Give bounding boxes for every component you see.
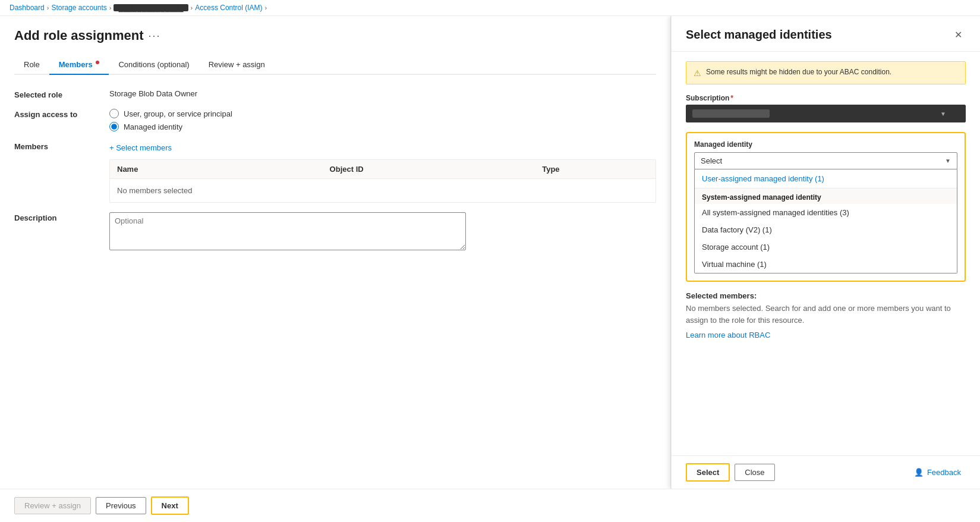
radio-user-principal[interactable]: User, group, or service principal <box>109 109 656 118</box>
col-objectid-header: Object ID <box>330 165 543 174</box>
subscription-value-redacted <box>692 109 770 118</box>
warning-text: Some results might be hidden due to your… <box>706 68 891 76</box>
dropdown-section-header-system: System-assigned managed identity <box>695 188 957 204</box>
breadcrumb-sep-3: › <box>191 4 193 11</box>
selected-role-value: Storage Blob Data Owner <box>109 89 656 98</box>
selected-role-row: Selected role Storage Blob Data Owner <box>14 89 656 99</box>
dropdown-option-storage-account[interactable]: Storage account (1) <box>695 238 957 256</box>
next-button[interactable]: Next <box>151 496 189 515</box>
members-row: Members + Select members Name Object ID … <box>14 141 656 203</box>
dropdown-option-user-assigned[interactable]: User-assigned managed identity (1) <box>695 169 957 188</box>
subscription-input-wrapper: ▼ <box>686 105 966 122</box>
assign-access-label: Assign access to <box>14 109 109 119</box>
subscription-label: Subscription * <box>686 94 966 102</box>
side-panel: Select managed identities ✕ ⚠ Some resul… <box>671 16 980 489</box>
page-title-ellipsis: ··· <box>149 30 161 42</box>
selected-members-info: Selected members: No members selected. S… <box>686 291 966 339</box>
members-label: Members <box>14 141 109 151</box>
tab-members[interactable]: Members <box>49 55 109 75</box>
breadcrumb-dashboard[interactable]: Dashboard <box>10 4 45 12</box>
radio-managed-identity[interactable]: Managed identity <box>109 122 656 131</box>
left-panel: Add role assignment ··· Role Members Con… <box>0 16 671 489</box>
warning-icon: ⚠ <box>694 68 701 78</box>
radio-managed-label: Managed identity <box>124 122 182 131</box>
subscription-chevron: ▼ <box>940 111 946 117</box>
members-table-body: No members selected <box>110 179 656 202</box>
breadcrumb: Dashboard › Storage accounts › █████████… <box>0 0 980 16</box>
breadcrumb-sep-1: › <box>47 4 49 11</box>
breadcrumb-sep-4: › <box>265 4 267 11</box>
radio-group: User, group, or service principal Manage… <box>109 109 656 131</box>
description-textarea[interactable] <box>109 212 466 250</box>
page-title: Add role assignment ··· <box>14 28 656 43</box>
tab-review-assign[interactable]: Review + assign <box>199 55 275 75</box>
radio-managed-input[interactable] <box>109 122 119 131</box>
side-panel-header: Select managed identities ✕ <box>672 16 980 52</box>
managed-identity-dropdown-trigger[interactable]: Select ▼ <box>694 152 957 169</box>
members-value: + Select members Name Object ID Type No … <box>109 141 656 203</box>
breadcrumb-access-control[interactable]: Access Control (IAM) <box>195 4 262 12</box>
managed-identity-section: Managed identity Select ▼ User-assigned … <box>686 132 966 282</box>
description-value <box>109 212 656 252</box>
dropdown-option-all-system[interactable]: All system-assigned managed identities (… <box>695 204 957 221</box>
feedback-label: Feedback <box>927 468 961 477</box>
bottom-bar: Review + assign Previous Next <box>0 489 980 522</box>
subscription-field-group: Subscription * ▼ <box>686 94 966 122</box>
previous-button[interactable]: Previous <box>96 497 146 514</box>
breadcrumb-storage-accounts[interactable]: Storage accounts <box>51 4 106 12</box>
members-required-dot <box>96 61 99 64</box>
radio-user-input[interactable] <box>109 109 119 118</box>
subscription-required-star: * <box>730 94 733 102</box>
managed-identity-dropdown-container: Select ▼ User-assigned managed identity … <box>694 152 957 273</box>
side-panel-close-button[interactable]: Close <box>735 464 774 481</box>
tabs: Role Members Conditions (optional) Revie… <box>14 55 656 75</box>
side-panel-footer: Select Close 👤 Feedback <box>672 455 980 489</box>
feedback-button[interactable]: 👤 Feedback <box>909 464 966 480</box>
review-assign-button[interactable]: Review + assign <box>14 497 91 514</box>
warning-banner: ⚠ Some results might be hidden due to yo… <box>686 61 966 84</box>
dropdown-chevron-icon: ▼ <box>945 158 951 164</box>
learn-more-rbac-link[interactable]: Learn more about RBAC <box>686 331 770 339</box>
breadcrumb-redacted: ██████████████ <box>114 4 188 11</box>
members-table-header: Name Object ID Type <box>110 160 656 179</box>
side-panel-title: Select managed identities <box>686 28 832 42</box>
members-section: + Select members Name Object ID Type No … <box>109 143 656 203</box>
tab-role[interactable]: Role <box>14 55 49 75</box>
col-type-header: Type <box>542 165 648 174</box>
managed-identity-dropdown-list: User-assigned managed identity (1) Syste… <box>694 169 957 273</box>
select-members-button[interactable]: + Select members <box>109 143 172 152</box>
main-area: Add role assignment ··· Role Members Con… <box>0 16 980 489</box>
assign-access-row: Assign access to User, group, or service… <box>14 109 656 131</box>
assign-access-value: User, group, or service principal Manage… <box>109 109 656 131</box>
feedback-person-icon: 👤 <box>914 468 924 477</box>
selected-role-label: Selected role <box>14 89 109 99</box>
subscription-dropdown[interactable]: ▼ <box>686 105 966 122</box>
selected-members-label: Selected members: <box>686 291 757 300</box>
col-name-header: Name <box>117 165 330 174</box>
no-members-message: No members selected <box>117 186 192 195</box>
description-row: Description <box>14 212 656 252</box>
dropdown-placeholder: Select <box>701 156 722 165</box>
managed-identity-label: Managed identity <box>694 140 957 149</box>
dropdown-option-data-factory[interactable]: Data factory (V2) (1) <box>695 221 957 238</box>
members-table: Name Object ID Type No members selected <box>109 159 656 203</box>
dropdown-option-virtual-machine[interactable]: Virtual machine (1) <box>695 256 957 273</box>
breadcrumb-sep-2: › <box>109 4 112 11</box>
side-panel-body: ⚠ Some results might be hidden due to yo… <box>672 52 980 455</box>
selected-members-desc: No members selected. Search for and add … <box>686 303 966 326</box>
side-panel-select-button[interactable]: Select <box>686 463 730 482</box>
description-label: Description <box>14 212 109 222</box>
tab-conditions[interactable]: Conditions (optional) <box>109 55 198 75</box>
close-panel-button[interactable]: ✕ <box>951 28 966 42</box>
radio-user-label: User, group, or service principal <box>124 109 232 118</box>
